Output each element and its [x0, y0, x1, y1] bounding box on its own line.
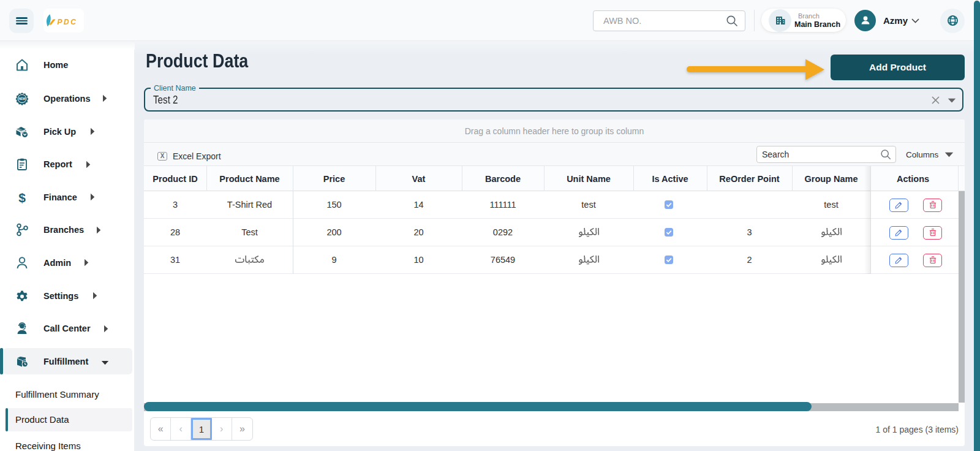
svg-text:PDC: PDC: [58, 18, 78, 26]
svg-text:$: $: [18, 191, 26, 204]
svg-text:NEW: NEW: [19, 97, 26, 100]
